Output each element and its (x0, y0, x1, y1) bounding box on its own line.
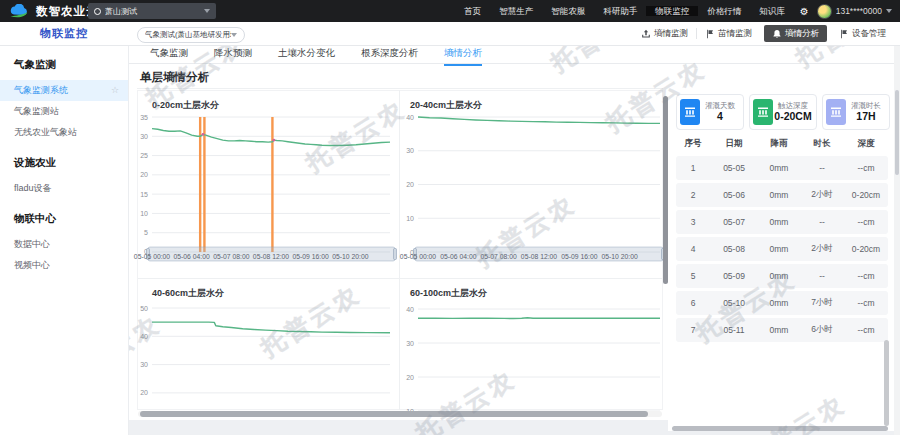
flag-icon (705, 29, 715, 39)
panel-horizontal-scrollbar[interactable] (672, 426, 888, 431)
svg-text:50: 50 (140, 305, 148, 312)
nav-item[interactable]: 知识库 (750, 6, 794, 16)
table-row[interactable]: 305-070mm----cm (676, 210, 888, 234)
table-row[interactable]: 505-090mm----cm (676, 264, 888, 288)
tab[interactable]: 根系深度分析 (361, 46, 418, 64)
table-row[interactable]: 605-100mm7小时--cm (676, 291, 888, 315)
svg-text:40: 40 (406, 114, 414, 121)
table-row[interactable]: 205-060mm2小时0-20cm (676, 183, 888, 207)
avatar[interactable] (817, 4, 832, 19)
svg-text:05-05 00:00: 05-05 00:00 (134, 253, 171, 260)
table-cell: 0mm (758, 190, 800, 200)
monitor-columns-icon (757, 106, 769, 118)
svg-text:10: 10 (406, 215, 414, 222)
sidebar-section-title: 气象监测 (0, 45, 128, 80)
table-cell: 0mm (758, 217, 800, 227)
svg-text:05-06 04:00: 05-06 04:00 (174, 253, 211, 260)
table-vertical-scrollbar[interactable] (884, 340, 889, 426)
table-cell: --cm (844, 217, 888, 227)
table-cell: 7小时 (800, 297, 844, 309)
table-cell: 4 (676, 244, 710, 254)
table-cell: 5 (676, 271, 710, 281)
table-cell: 0-20cm (844, 190, 888, 200)
sidebar-item[interactable]: 无线农业气象站 (0, 122, 128, 143)
sidebar-section-title: 设施农业 (0, 143, 128, 178)
svg-text:20: 20 (406, 181, 414, 188)
table-header-cell: 深度 (844, 138, 888, 150)
table-cell: --cm (844, 163, 888, 173)
tab[interactable]: 降水预测 (214, 46, 252, 64)
sidebar-item[interactable]: 气象监测站 (0, 101, 128, 122)
svg-text:30: 30 (406, 340, 414, 347)
table-cell: 0mm (758, 244, 800, 254)
charts-vertical-scrollbar[interactable] (663, 96, 668, 284)
soil-moisture-chart[interactable]: 3530252015105005-05 00:0005-06 04:0005-0… (138, 90, 398, 278)
chart-title: 40-60cm土层水分 (152, 287, 224, 300)
station-select-label: 气象测试(萧山基地研发用地块) (145, 30, 231, 40)
table-cell: 05-07 (710, 217, 758, 227)
table-cell: -- (800, 163, 844, 173)
chevron-down-icon (204, 9, 210, 13)
svg-text:05-09 16:00: 05-09 16:00 (293, 253, 330, 260)
table-cell: 6 (676, 298, 710, 308)
sub-nav-button[interactable]: 墒情监测 (633, 22, 696, 45)
location-select[interactable]: 萧山测试 (88, 3, 216, 19)
section-divider (137, 88, 663, 89)
brand-logo-cloud-icon (8, 4, 30, 19)
bell-icon (772, 29, 782, 39)
nav-item[interactable]: 智能农服 (542, 6, 594, 16)
soil-moisture-chart[interactable]: 40302010005-05 00:0005-06 04:0005-07 08:… (400, 90, 662, 278)
table-cell: -- (800, 271, 844, 281)
tab[interactable]: 气象监测 (150, 46, 188, 64)
table-cell: 05-08 (710, 244, 758, 254)
svg-text:40: 40 (406, 306, 414, 313)
gear-icon[interactable]: ⚙ (794, 6, 815, 17)
sidebar-item[interactable]: 视频中心 (0, 255, 128, 276)
charts-horizontal-scrollbar[interactable] (138, 411, 662, 417)
table-cell: 2小时 (800, 189, 844, 201)
tab[interactable]: 墒情分析 (444, 46, 482, 66)
table-cell: 0mm (758, 271, 800, 281)
svg-text:40: 40 (140, 333, 148, 340)
svg-text:05-05 00:00: 05-05 00:00 (400, 253, 437, 260)
monitor-columns-icon (684, 106, 696, 118)
star-icon[interactable]: ☆ (111, 80, 119, 101)
table-row[interactable]: 705-110mm6小时--cm (676, 318, 888, 342)
tab-bar: 气象监测降水预测土壤水分变化根系深度分析墒情分析 (150, 46, 508, 64)
stat-value: 17H (846, 111, 886, 123)
nav-item[interactable]: 首页 (455, 6, 490, 16)
sidebar-item[interactable]: 气象监测系统☆ (0, 80, 128, 101)
stat-icon (826, 99, 846, 125)
table-cell: 05-11 (710, 325, 758, 335)
stat-label: 灌溉天数 (700, 102, 740, 110)
sub-nav-button[interactable]: 墒情分析 (764, 25, 827, 42)
table-cell: 05-05 (710, 163, 758, 173)
nav-item[interactable]: 科研助手 (594, 6, 646, 16)
svg-text:30: 30 (140, 361, 148, 368)
sub-nav-button[interactable]: 苗情监测 (697, 22, 760, 45)
nav-item[interactable]: 智慧生产 (490, 6, 542, 16)
station-select[interactable]: 气象测试(萧山基地研发用地块) (137, 27, 245, 43)
table-cell: 0mm (758, 298, 800, 308)
table-row[interactable]: 105-050mm----cm (676, 156, 888, 180)
table-cell: -- (800, 217, 844, 227)
stat-label: 灌溉时长 (846, 102, 886, 110)
table-row[interactable]: 405-080mm2小时0-20cm (676, 237, 888, 261)
svg-text:20: 20 (406, 374, 414, 381)
sidebar-section-title: 物联中心 (0, 199, 128, 234)
svg-text:05-06 04:00: 05-06 04:00 (440, 253, 477, 260)
stat-icon (753, 99, 773, 125)
table-cell: 7 (676, 325, 710, 335)
page-vertical-scrollbar[interactable] (894, 45, 900, 435)
tab[interactable]: 土壤水分变化 (278, 46, 335, 64)
chevron-down-icon[interactable] (886, 9, 892, 13)
sidebar-item[interactable]: 数据中心 (0, 234, 128, 255)
sidebar: 气象监测气象监测系统☆气象监测站无线农业气象站设施农业fladu设备物联中心数据… (0, 45, 129, 435)
nav-item[interactable]: 物联监控 (646, 6, 698, 16)
upload-icon (641, 29, 651, 39)
location-pin-icon (94, 8, 101, 15)
sidebar-item[interactable]: fladu设备 (0, 178, 128, 199)
table-cell: 05-09 (710, 271, 758, 281)
nav-item[interactable]: 价格行情 (698, 6, 750, 16)
sub-nav-button[interactable]: 设备管理 (831, 22, 894, 45)
